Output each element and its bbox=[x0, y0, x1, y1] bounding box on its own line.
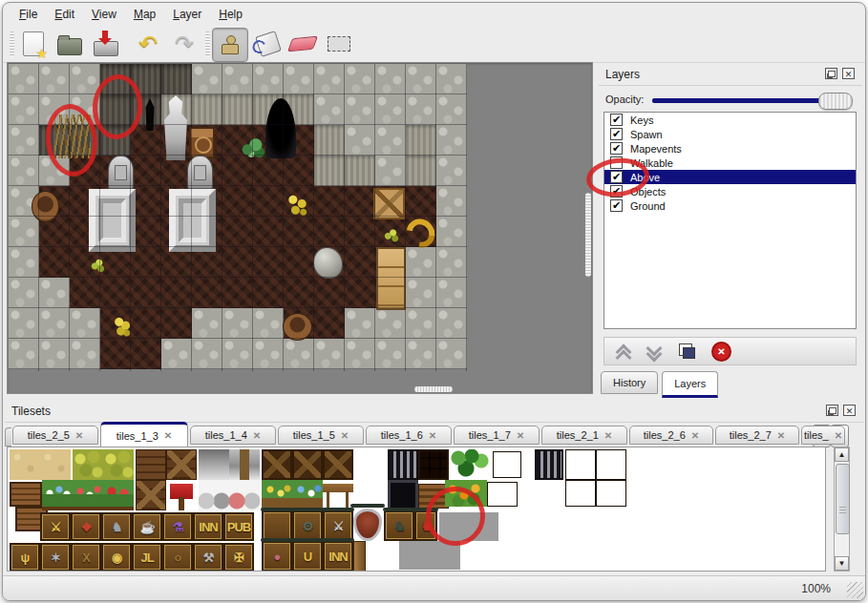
tileset-tile-pub-sign[interactable]: PUB bbox=[223, 512, 254, 541]
map-canvas[interactable] bbox=[9, 64, 467, 371]
tileset-tile-arches-red[interactable] bbox=[229, 480, 260, 510]
map-tile-rock-scales[interactable] bbox=[192, 339, 222, 369]
layer-row-mapevents[interactable]: ✔Mapevents bbox=[604, 141, 856, 156]
map-tile-rock-scales[interactable] bbox=[436, 186, 467, 217]
map-tile-rock-scales[interactable] bbox=[375, 339, 406, 369]
close-tab-icon[interactable]: ✕ bbox=[164, 430, 172, 441]
map-tile-dirt-floor[interactable] bbox=[253, 186, 284, 217]
tileset-tile-gray-block[interactable] bbox=[399, 541, 460, 570]
map-tile-dirt-floor[interactable] bbox=[70, 278, 100, 308]
tileset-tab-tiles_1_4[interactable]: tiles_1_4✕ bbox=[190, 426, 276, 445]
map-tile-dirt-floor[interactable] bbox=[131, 308, 161, 339]
map-tile-rock-scales[interactable] bbox=[222, 308, 253, 339]
tileset-tile-sand[interactable] bbox=[40, 449, 71, 480]
map-tile-dark-wall-face[interactable] bbox=[100, 125, 131, 156]
layer-checkbox-objects[interactable]: ✔ bbox=[610, 185, 623, 198]
tileset-tile-bush[interactable] bbox=[103, 449, 134, 480]
map-tile-rock-scales[interactable] bbox=[345, 125, 375, 156]
layer-row-ground[interactable]: ✔Ground bbox=[604, 198, 856, 213]
close-tab-icon[interactable]: ✕ bbox=[75, 430, 83, 441]
tileset-tile-inn-sign[interactable]: INN bbox=[193, 512, 223, 541]
map-tile-rock-scales[interactable] bbox=[375, 125, 406, 156]
tileset-tile-bag-hanging-sign[interactable]: ● bbox=[262, 541, 292, 572]
map-tile-rock-scales[interactable] bbox=[70, 339, 100, 369]
map-tile-rock-scales[interactable] bbox=[222, 64, 253, 94]
tileset-tile-shelf-dark[interactable] bbox=[487, 482, 518, 507]
close-tab-icon[interactable]: ✕ bbox=[429, 430, 436, 441]
layer-checkbox-spawn[interactable]: ✔ bbox=[610, 128, 623, 140]
map-tile-wall-face[interactable] bbox=[406, 156, 436, 186]
tileset-tile-tree-orange[interactable] bbox=[445, 480, 487, 507]
tileset-tile-bars[interactable] bbox=[535, 449, 563, 480]
tileset-tile-staves-sign[interactable]: X bbox=[71, 543, 101, 572]
close-tab-icon[interactable]: ✕ bbox=[835, 430, 842, 441]
map-tile-dirt-floor[interactable] bbox=[345, 247, 375, 278]
tileset-tile-window-dark[interactable] bbox=[388, 480, 418, 510]
layer-row-above[interactable]: ✔Above bbox=[604, 170, 856, 184]
map-tile-rock-scales[interactable] bbox=[39, 308, 70, 339]
close-tab-icon[interactable]: ✕ bbox=[604, 430, 612, 441]
map-tile-rock-scales[interactable] bbox=[436, 217, 467, 247]
map-tile-dirt-floor[interactable] bbox=[253, 247, 284, 278]
map-tile-rock-scales[interactable] bbox=[436, 339, 467, 369]
map-tile-rock-scales[interactable] bbox=[345, 308, 375, 339]
scroll-up-button[interactable]: ▲ bbox=[835, 447, 849, 462]
close-tab-icon[interactable]: ✕ bbox=[777, 430, 785, 441]
map-tile-wall-face[interactable] bbox=[345, 156, 375, 186]
float-panel-icon[interactable] bbox=[826, 405, 838, 416]
tileset-tile-flowerbox-mix[interactable] bbox=[73, 480, 103, 510]
toolbar-handle[interactable] bbox=[10, 31, 14, 56]
select-tool-button[interactable] bbox=[324, 30, 354, 58]
redo-button[interactable]: ↷ bbox=[169, 30, 200, 58]
map-tile-rock-scales[interactable] bbox=[284, 339, 314, 369]
map-tile-rock-scales[interactable] bbox=[406, 308, 436, 339]
close-panel-icon[interactable]: ✕ bbox=[842, 68, 855, 79]
map-tile-rock-scales[interactable] bbox=[436, 125, 467, 156]
move-layer-down-button[interactable] bbox=[643, 341, 666, 362]
map-tile-dark-wall-face[interactable] bbox=[100, 94, 131, 125]
map-tile-rock-scales[interactable] bbox=[345, 94, 375, 125]
map-tile-rock-scales[interactable] bbox=[70, 64, 100, 94]
tileset-tile-planter-yellow[interactable] bbox=[262, 480, 292, 510]
map-tile-rock-scales[interactable] bbox=[9, 308, 39, 339]
map-tile-rock-scales[interactable] bbox=[345, 339, 375, 369]
menu-item-view[interactable]: View bbox=[83, 5, 125, 24]
tileset-tile-ring-sign[interactable]: ○ bbox=[162, 543, 193, 572]
duplicate-layer-button[interactable] bbox=[675, 341, 698, 362]
menu-item-file[interactable]: File bbox=[11, 5, 46, 24]
undo-button[interactable]: ↶ bbox=[133, 30, 163, 58]
map-vertical-scrollbar[interactable] bbox=[585, 193, 591, 277]
layer-checkbox-keys[interactable]: ✔ bbox=[610, 114, 623, 126]
tileset-tile-hammer-sign[interactable]: ⚒ bbox=[193, 543, 223, 572]
tileset-tab-tiles_1_6[interactable]: tiles_1_6✕ bbox=[366, 426, 452, 445]
map-tile-dark-wall-face[interactable] bbox=[131, 64, 161, 94]
tileset-tab-tiles[interactable]: tiles_✕ bbox=[801, 426, 845, 445]
map-tile-rock-scales[interactable] bbox=[375, 94, 406, 125]
stamp-tool-button[interactable] bbox=[212, 28, 248, 62]
float-panel-icon[interactable] bbox=[825, 68, 837, 79]
map-horizontal-scrollbar[interactable] bbox=[414, 386, 453, 392]
tileset-content[interactable]: ⚔❖♞☕⚗INNPUB⚙⚔♞♞ψ✶X◉JL○⚒✠●UINN bbox=[7, 447, 826, 572]
map-tile-rock-scales[interactable] bbox=[375, 156, 406, 186]
map-tile-rock-scales[interactable] bbox=[253, 308, 284, 339]
map-tile-dirt-floor[interactable] bbox=[100, 339, 131, 369]
tileset-scrollbar[interactable]: ▲ ▼ bbox=[834, 447, 850, 572]
map-tile-rock-scales[interactable] bbox=[436, 278, 467, 308]
map-tile-rock-scales[interactable] bbox=[406, 94, 436, 125]
map-tile-dirt-floor[interactable] bbox=[284, 247, 314, 278]
map-tile-dirt-floor[interactable] bbox=[314, 186, 345, 217]
tileset-tile-bars[interactable] bbox=[388, 449, 418, 480]
menu-item-map[interactable]: Map bbox=[125, 5, 164, 24]
tileset-tile-fence-x[interactable] bbox=[136, 480, 166, 510]
map-tile-rock-scales[interactable] bbox=[406, 64, 436, 94]
map-tile-dirt-floor[interactable] bbox=[253, 217, 284, 247]
tileset-tab-tiles_1_5[interactable]: tiles_1_5✕ bbox=[278, 426, 364, 445]
toolbar-handle[interactable] bbox=[205, 31, 210, 56]
opacity-slider-handle[interactable] bbox=[818, 93, 853, 110]
layer-row-keys[interactable]: ✔Keys bbox=[604, 113, 856, 127]
tileset-tile-coin-sign[interactable]: ◉ bbox=[101, 543, 132, 572]
map-tile-dirt-floor[interactable] bbox=[131, 156, 161, 186]
map-tile-dirt-floor[interactable] bbox=[284, 278, 314, 308]
map-tile-dirt-floor[interactable] bbox=[222, 247, 253, 278]
map-tile-rock-scales[interactable] bbox=[222, 339, 253, 369]
